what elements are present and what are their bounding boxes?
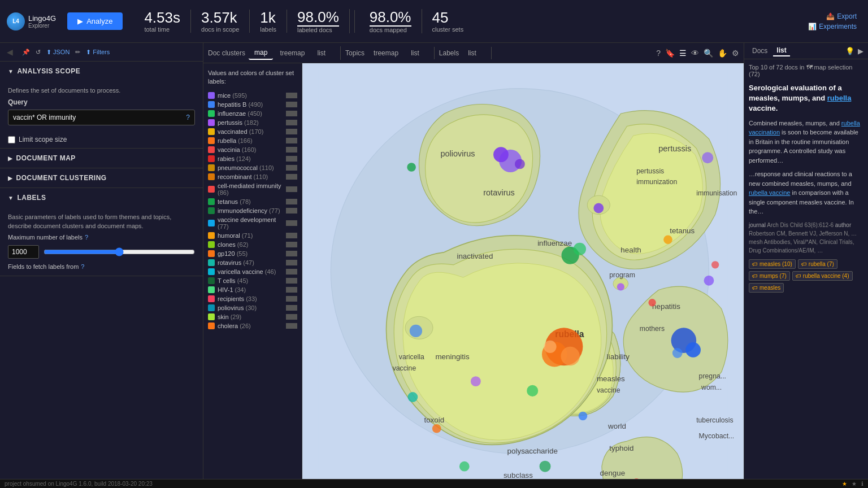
pin-tool[interactable]: 📌 xyxy=(22,49,30,56)
svg-point-51 xyxy=(407,163,416,172)
max-labels-slider[interactable] xyxy=(44,247,195,256)
legend-item[interactable]: rotavirus (47) xyxy=(208,258,297,267)
legend-item[interactable]: influenzae (450) xyxy=(208,109,297,118)
legend-item[interactable]: cholera (26) xyxy=(208,321,297,330)
legend-item[interactable]: recombinant (110) xyxy=(208,172,297,181)
legend-color xyxy=(208,286,215,293)
legend-item[interactable]: gp120 (55) xyxy=(208,249,297,258)
legend-bar xyxy=(286,120,297,125)
legend-item[interactable]: tetanus (78) xyxy=(208,197,297,206)
tab-list3[interactable]: list xyxy=(462,47,482,59)
help-icon[interactable]: ? xyxy=(656,49,661,58)
edit-tool[interactable]: ✏ xyxy=(75,49,80,56)
legend-color xyxy=(208,155,215,162)
analyze-icon: ▶ xyxy=(77,17,83,25)
doc-journal-label: journal xyxy=(749,222,767,228)
legend-label: rotavirus (47) xyxy=(218,259,283,266)
json-tool[interactable]: ⬆ JSON xyxy=(46,49,70,56)
fields-help-icon[interactable]: ? xyxy=(81,263,84,270)
doc-title-link[interactable]: rubella xyxy=(827,94,852,102)
hand-icon[interactable]: ✋ xyxy=(718,49,727,58)
limit-scope-checkbox[interactable] xyxy=(8,136,15,143)
legend-bar xyxy=(286,174,297,180)
export-button[interactable]: 📤 Export xyxy=(826,12,857,20)
legend-item[interactable]: mice (595) xyxy=(208,91,297,100)
tab-map[interactable]: map xyxy=(249,46,273,60)
doc-body-link2[interactable]: rubella vaccine xyxy=(749,189,790,196)
legend-item[interactable]: humoral (71) xyxy=(208,231,297,240)
query-input[interactable] xyxy=(13,114,186,121)
tab-treemap2[interactable]: treemap xyxy=(368,47,404,59)
stat-docs-scope-label: docs in scope xyxy=(201,26,239,33)
legend-item[interactable]: skin (29) xyxy=(208,312,297,321)
doc-tag[interactable]: 🏷measles (10) xyxy=(749,259,796,269)
tab-list2[interactable]: list xyxy=(405,47,425,59)
legend-item[interactable]: HIV-1 (34) xyxy=(208,285,297,294)
analysis-scope-header[interactable]: ▼ ANALYSIS SCOPE xyxy=(0,62,203,81)
eye-icon[interactable]: 👁 xyxy=(691,49,699,58)
document-map-header[interactable]: ▶ DOCUMENT MAP xyxy=(0,149,203,168)
svg-point-61 xyxy=(471,376,481,386)
labels-header[interactable]: ▼ LABELS xyxy=(0,188,203,207)
legend-item[interactable]: T cells (45) xyxy=(208,276,297,285)
bookmark-icon[interactable]: 🔖 xyxy=(665,49,675,58)
undo-tool[interactable]: ↺ xyxy=(36,49,41,56)
doc-tag[interactable]: 🏷rubella (7) xyxy=(798,259,837,269)
svg-text:measles: measles xyxy=(597,374,625,383)
legend-item[interactable]: rubella (166) xyxy=(208,136,297,145)
legend-bar xyxy=(286,138,297,143)
settings-icon[interactable]: ⚙ xyxy=(732,49,739,58)
legend-bar xyxy=(286,305,297,311)
footer-star2-icon[interactable]: ★ xyxy=(852,481,857,487)
map-svg[interactable]: pertussis pertussis immunization tetanus… xyxy=(302,63,744,479)
footer-star-icon[interactable]: ★ xyxy=(842,481,847,487)
doc-title-part2: vaccine. xyxy=(749,104,778,112)
svg-point-62 xyxy=(527,385,538,396)
legend-color xyxy=(208,220,215,226)
legend-item[interactable]: immunodeficiency (77) xyxy=(208,206,297,215)
stat-cluster-sets-value: 45 xyxy=(432,10,464,26)
doc-tag[interactable]: 🏷rubella vaccine (4) xyxy=(792,271,853,281)
map-area[interactable]: pertussis pertussis immunization tetanus… xyxy=(302,63,744,479)
experiments-button[interactable]: 📊 Experiments xyxy=(808,23,857,30)
legend-color xyxy=(208,128,215,135)
list-view-icon[interactable]: ☰ xyxy=(679,49,687,58)
legend-item[interactable]: clones (62) xyxy=(208,240,297,249)
query-help-icon[interactable]: ? xyxy=(186,114,190,121)
right-bulb-icon[interactable]: 💡 xyxy=(845,47,854,55)
filter-tool[interactable]: ⬆ Filters xyxy=(86,49,110,56)
legend-item[interactable]: hepatitis B (490) xyxy=(208,100,297,109)
doc-tag[interactable]: 🏷mumps (7) xyxy=(749,271,790,281)
tag-icon: 🏷 xyxy=(752,285,758,291)
analyze-button[interactable]: ▶ Analyze xyxy=(67,12,123,30)
back-arrow[interactable]: ◀ xyxy=(7,47,13,56)
right-tab-docs[interactable]: Docs xyxy=(749,46,771,56)
legend-item[interactable]: recipients (33) xyxy=(208,294,297,303)
max-labels-input[interactable] xyxy=(8,245,39,259)
legend-item[interactable]: cell-mediated immunity (86) xyxy=(208,181,297,197)
legend-item[interactable]: vaccinated (170) xyxy=(208,127,297,136)
legend-item[interactable]: vaccinia (160) xyxy=(208,145,297,154)
footer-info-icon[interactable]: ℹ xyxy=(861,481,863,487)
document-clustering-header[interactable]: ▶ DOCUMENT CLUSTERING xyxy=(0,168,203,188)
tab-list[interactable]: list xyxy=(311,47,331,59)
legend-item[interactable]: varicella vaccine (46) xyxy=(208,267,297,276)
max-labels-help-icon[interactable]: ? xyxy=(85,234,88,241)
search-icon[interactable]: 🔍 xyxy=(704,49,713,58)
legend-bar xyxy=(286,269,297,274)
analysis-scope-arrow: ▼ xyxy=(8,68,14,75)
doc-tag[interactable]: 🏷measles xyxy=(749,283,784,293)
legend-item[interactable]: pneumococcal (110) xyxy=(208,163,297,172)
svg-point-50 xyxy=(617,283,624,290)
legend-item[interactable]: rabies (124) xyxy=(208,154,297,163)
tab-treemap[interactable]: treemap xyxy=(274,47,310,59)
right-chevron-icon[interactable]: ▶ xyxy=(858,47,863,55)
labels-desc: Basic parameters of labels used to form … xyxy=(8,213,195,230)
doc-title: Serological evaluation of a measles, mum… xyxy=(749,83,863,114)
right-tab-list[interactable]: list xyxy=(773,45,789,56)
experiments-icon: 📊 xyxy=(808,23,817,30)
legend-label: rubella (166) xyxy=(218,137,283,144)
legend-item[interactable]: vaccine development (77) xyxy=(208,215,297,231)
legend-item[interactable]: pertussis (182) xyxy=(208,118,297,127)
legend-item[interactable]: poliovirus (30) xyxy=(208,303,297,312)
